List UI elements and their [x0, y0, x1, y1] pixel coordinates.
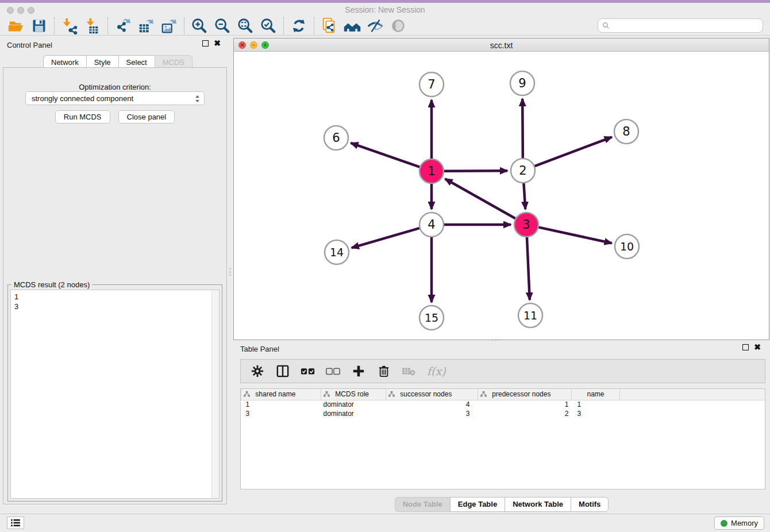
close-panel-icon[interactable]: ✖ — [214, 40, 221, 47]
graph-edge-3-1[interactable] — [445, 179, 515, 218]
export-network-button[interactable] — [111, 17, 134, 34]
folder-open-icon — [7, 17, 25, 34]
import-network-icon — [61, 17, 78, 34]
mcds-result-text: 1 3 — [11, 290, 219, 313]
network-window-title: scc.txt — [234, 41, 769, 50]
run-mcds-button[interactable]: Run MCDS — [55, 110, 110, 124]
column-header-shared-name[interactable]: shared name — [241, 389, 321, 400]
table-row-1[interactable]: 3dominator323 — [241, 409, 766, 418]
toolbar-separator — [283, 17, 284, 34]
import-table-button[interactable] — [81, 17, 104, 34]
memory-button[interactable]: Memory — [714, 516, 764, 530]
split-view-button[interactable] — [275, 364, 290, 379]
gear-icon — [251, 365, 264, 377]
search-icon — [602, 22, 610, 29]
graph-edge-3-11[interactable] — [527, 237, 530, 300]
export-table-button[interactable] — [134, 17, 157, 34]
column-header-mcds-role[interactable]: MCDS role — [321, 389, 386, 400]
import-network-button[interactable] — [58, 17, 81, 34]
zoom-in-icon — [191, 17, 208, 34]
graph-edge-2-8[interactable] — [535, 137, 612, 167]
table-cell[interactable]: 3 — [241, 409, 321, 418]
graph-edge-1-2[interactable] — [444, 171, 507, 171]
tab-motifs[interactable]: Motifs — [571, 497, 609, 512]
toolbar-separator — [107, 17, 108, 34]
tab-network-table[interactable]: Network Table — [505, 497, 571, 512]
search-input[interactable] — [613, 21, 763, 30]
column-header-filler — [620, 389, 766, 400]
horizontal-splitter-handle[interactable] — [491, 339, 499, 341]
graph-node-label-14: 14 — [330, 246, 344, 259]
close-panel-button[interactable]: Close panel — [118, 110, 175, 124]
function-builder-button[interactable]: f(x) — [427, 364, 446, 379]
graph-edge-3-10[interactable] — [538, 228, 611, 244]
table-panel: Table Panel ✖ — [233, 342, 770, 514]
float-table-panel-icon[interactable] — [742, 344, 749, 350]
table-cell[interactable]: dominator — [321, 400, 386, 409]
task-history-button[interactable] — [7, 516, 24, 529]
network-canvas-svg[interactable]: 7968124314101511 — [234, 52, 769, 340]
tab-node-table[interactable]: Node Table — [395, 497, 450, 512]
column-header-name[interactable]: name — [572, 389, 620, 400]
clone-network-button[interactable] — [318, 17, 341, 34]
titlebar: Session: New Session — [0, 3, 770, 17]
column-header-successor-nodes[interactable]: successor nodes — [386, 389, 478, 400]
vertical-splitter-handle[interactable] — [229, 268, 232, 276]
table-settings-button[interactable] — [250, 364, 265, 379]
dropdown-stepper-icon — [194, 94, 201, 104]
zoom-in-button[interactable] — [188, 17, 211, 34]
zoom-out-icon — [214, 17, 231, 34]
hierarchy-icon — [244, 391, 250, 397]
tab-edge-table[interactable]: Edge Table — [450, 497, 505, 512]
table-cell[interactable]: 3 — [386, 409, 478, 418]
control-panel-title: Control Panel — [7, 41, 52, 49]
delete-button[interactable] — [376, 364, 391, 379]
graph-edge-4-14[interactable] — [352, 228, 419, 248]
deselect-all-button[interactable] — [326, 364, 341, 379]
zoom-selected-button[interactable] — [257, 17, 280, 34]
graph-node-label-6: 6 — [332, 131, 340, 145]
table-cell[interactable]: 1 — [241, 400, 321, 409]
criterion-dropdown[interactable]: strongly connected component — [25, 91, 205, 105]
table-cell[interactable]: dominator — [321, 409, 386, 418]
toolbar-separator — [314, 17, 314, 34]
network-view-window: ✕ − + scc.txt 7968124314101511 — [233, 38, 769, 340]
table-cell[interactable]: 1 — [478, 400, 572, 409]
graph-node-label-3: 3 — [522, 218, 530, 232]
graph-edge-2-3[interactable] — [523, 183, 525, 209]
graph-edge-2-9[interactable] — [522, 99, 523, 158]
table-cell[interactable]: 3 — [572, 409, 620, 418]
appearance-button[interactable] — [387, 17, 410, 34]
graph-edge-1-6[interactable] — [351, 143, 419, 167]
select-all-button[interactable] — [301, 364, 315, 379]
table-cell[interactable]: 1 — [572, 400, 620, 409]
hide-button[interactable] — [364, 17, 387, 34]
save-session-button[interactable] — [28, 17, 51, 34]
add-column-button[interactable] — [351, 364, 366, 379]
column-header-predecessor-nodes[interactable]: predecessor nodes — [478, 389, 572, 400]
home-button[interactable] — [341, 17, 364, 34]
float-panel-icon[interactable] — [202, 40, 209, 47]
refresh-button[interactable] — [287, 17, 310, 34]
clone-network-icon — [321, 17, 338, 34]
graph-node-label-2: 2 — [519, 164, 526, 178]
search-field[interactable] — [598, 18, 763, 33]
table-toolbar: f(x) — [240, 359, 765, 383]
zoom-selected-icon — [260, 17, 277, 34]
close-table-panel-icon[interactable]: ✖ — [754, 344, 761, 350]
network-window-titlebar[interactable]: ✕ − + scc.txt — [234, 38, 769, 52]
toolbar-separator — [184, 17, 184, 34]
node-table[interactable]: shared name MCDS role successor nodes pr… — [240, 388, 765, 489]
export-image-button[interactable] — [157, 17, 180, 34]
mcds-result-box[interactable]: 1 3 — [10, 290, 220, 499]
mcds-tab-content: Optimization criterion: strongly connect… — [3, 67, 227, 504]
delete-table-button[interactable] — [402, 364, 417, 379]
zoom-fit-button[interactable] — [234, 17, 257, 34]
table-cell[interactable]: 2 — [478, 409, 572, 418]
result-scrollbar[interactable] — [211, 290, 219, 498]
zoom-out-button[interactable] — [211, 17, 234, 34]
table-cell[interactable]: 4 — [386, 400, 478, 409]
table-row-0[interactable]: 1dominator411 — [241, 400, 766, 409]
node-table-body: 1dominator4113dominator323 — [241, 400, 766, 418]
open-session-button[interactable] — [5, 17, 28, 34]
